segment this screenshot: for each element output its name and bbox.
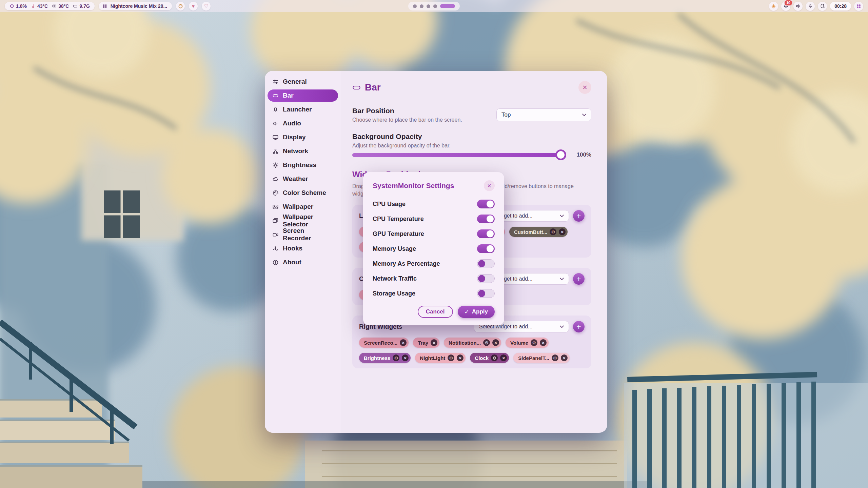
- chip-remove-button[interactable]: ×: [559, 228, 566, 235]
- workspace-dot[interactable]: [413, 4, 417, 8]
- sidebar-item-label: Color Scheme: [283, 189, 326, 197]
- chip-remove-button[interactable]: ×: [457, 354, 463, 361]
- widget-chip[interactable]: CustomButt... ⚙ ×: [509, 227, 568, 237]
- widget-chip[interactable]: ScreenReco... ×: [359, 338, 409, 348]
- clock[interactable]: 00:28: [830, 2, 851, 11]
- sidebar-item-weather[interactable]: Weather: [268, 173, 338, 185]
- toggle-gpu-temperature[interactable]: [477, 229, 495, 238]
- chip-remove-button[interactable]: ×: [431, 339, 437, 346]
- widget-chip-label: CustomButt...: [514, 229, 547, 235]
- chip-settings-button[interactable]: ⚙: [552, 354, 558, 361]
- speaker-icon: [272, 120, 279, 127]
- apply-button-label: Apply: [472, 308, 488, 315]
- chip-remove-button[interactable]: ×: [402, 354, 409, 361]
- likes-button[interactable]: ♡: [202, 2, 211, 11]
- color-temp-button[interactable]: [769, 2, 778, 11]
- sidebar-item-label: Wallpaper Selector: [283, 213, 333, 228]
- toggle-label: CPU Temperature: [373, 216, 424, 223]
- workspace-dot[interactable]: [427, 4, 430, 8]
- gear-icon: ⚙: [485, 341, 489, 345]
- microphone-button[interactable]: [806, 2, 815, 11]
- widget-chip[interactable]: SidePanelT... ⚙ ×: [513, 353, 570, 363]
- workspace-dot[interactable]: [433, 4, 437, 8]
- close-icon: ×: [433, 341, 435, 345]
- sidebar-item-general[interactable]: General: [268, 76, 338, 88]
- app-launcher-button[interactable]: [854, 2, 863, 11]
- monitor-icon: [272, 134, 279, 141]
- sidebar-item-label: Screen Recorder: [283, 227, 333, 242]
- window-close-button[interactable]: ×: [578, 81, 591, 94]
- bar-position-dropdown[interactable]: Top: [496, 108, 591, 121]
- favorites-button[interactable]: ♥: [189, 2, 198, 11]
- add-widget-button[interactable]: +: [573, 273, 585, 285]
- bar-icon: [272, 93, 279, 99]
- chip-settings-button[interactable]: ⚙: [483, 339, 490, 346]
- sidebar-item-about[interactable]: About: [268, 256, 338, 268]
- sidebar-item-bar[interactable]: Bar: [268, 89, 338, 102]
- sidebar-item-wallpaper-selector[interactable]: Wallpaper Selector: [268, 215, 338, 227]
- toggle-memory-usage[interactable]: [477, 244, 495, 253]
- sidebar-item-screen-recorder[interactable]: Screen Recorder: [268, 228, 338, 241]
- add-widget-button[interactable]: +: [573, 321, 585, 332]
- cpu-temp-stat: 43°C: [31, 3, 48, 9]
- chip-remove-button[interactable]: ×: [561, 354, 568, 361]
- toggle-memory-as-percentage[interactable]: [477, 259, 495, 268]
- emoji-picker-button[interactable]: [176, 2, 185, 11]
- toggle-cpu-temperature[interactable]: [477, 215, 495, 223]
- widget-chip-label: SidePanelT...: [518, 355, 549, 361]
- gear-icon: ⚙: [553, 356, 557, 360]
- chip-settings-button[interactable]: ⚙: [531, 339, 537, 346]
- chip-settings-button[interactable]: ⚙: [550, 228, 556, 235]
- plus-icon: +: [576, 274, 581, 284]
- sidebar-item-label: Display: [283, 134, 306, 141]
- chip-settings-button[interactable]: ⚙: [393, 354, 399, 361]
- chip-settings-button[interactable]: ⚙: [448, 354, 454, 361]
- sidebar-item-network[interactable]: Network: [268, 145, 338, 157]
- slider-knob[interactable]: [555, 149, 566, 160]
- night-light-button[interactable]: [818, 2, 827, 11]
- chip-remove-button[interactable]: ×: [500, 354, 507, 361]
- apply-button[interactable]: ✓ Apply: [458, 306, 495, 318]
- workspace-indicator[interactable]: [408, 2, 460, 11]
- chip-remove-button[interactable]: ×: [492, 339, 499, 346]
- heart-outline-icon: ♡: [204, 3, 209, 9]
- active-workspace-pill[interactable]: [440, 4, 455, 8]
- add-widget-button[interactable]: +: [573, 210, 585, 222]
- close-icon: ×: [542, 341, 545, 345]
- cancel-button[interactable]: Cancel: [418, 306, 453, 318]
- chevron-down-icon: [560, 278, 564, 280]
- background-opacity-setting: Background Opacity Adjust the background…: [352, 133, 591, 149]
- widget-chip[interactable]: Tray ×: [413, 338, 439, 348]
- opacity-slider[interactable]: [352, 153, 566, 157]
- chip-settings-button[interactable]: ⚙: [491, 354, 498, 361]
- gear-icon: ⚙: [449, 356, 453, 360]
- widget-chip[interactable]: NightLight ⚙ ×: [415, 353, 466, 363]
- widget-chip[interactable]: Clock ⚙ ×: [470, 353, 509, 363]
- notifications-button[interactable]: 10: [781, 2, 790, 11]
- image-icon: [272, 204, 279, 210]
- bar-position-setting: Bar Position Choose where to place the b…: [352, 107, 591, 123]
- chip-remove-button[interactable]: ×: [540, 339, 547, 346]
- toggle-label: Storage Usage: [373, 290, 415, 297]
- toggle-storage-usage[interactable]: [477, 289, 495, 298]
- sidebar-item-audio[interactable]: Audio: [268, 117, 338, 129]
- modal-close-button[interactable]: ×: [484, 180, 495, 191]
- widget-chip[interactable]: Notification... ⚙ ×: [444, 338, 501, 348]
- sidebar-item-launcher[interactable]: Launcher: [268, 103, 338, 116]
- sidebar-item-brightness[interactable]: Brightness: [268, 159, 338, 171]
- widget-chip[interactable]: Volume ⚙ ×: [506, 338, 549, 348]
- cpu-icon: [9, 4, 14, 8]
- widget-chip[interactable]: Brightness ⚙ ×: [359, 353, 411, 363]
- media-player-module[interactable]: Nightcore Music Mix 20...: [99, 2, 172, 10]
- workspace-dot[interactable]: [420, 4, 423, 8]
- toggle-cpu-usage[interactable]: [477, 200, 495, 208]
- sidebar-item-hooks[interactable]: Hooks: [268, 242, 338, 255]
- system-stats-module[interactable]: 1.8% 43°C 38°C 9.7G: [5, 2, 95, 10]
- sidebar-item-display[interactable]: Display: [268, 131, 338, 143]
- chip-remove-button[interactable]: ×: [400, 339, 407, 346]
- volume-button[interactable]: [793, 2, 803, 11]
- sidebar-item-wallpaper[interactable]: Wallpaper: [268, 201, 338, 213]
- toggle-network-traffic[interactable]: [477, 274, 495, 283]
- close-icon: ×: [561, 230, 564, 234]
- sidebar-item-color-scheme[interactable]: Color Scheme: [268, 187, 338, 199]
